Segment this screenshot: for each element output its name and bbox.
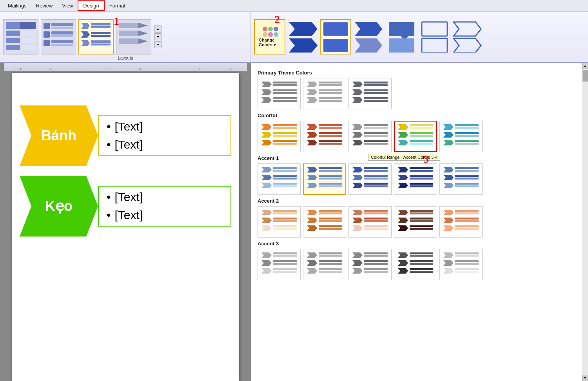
layouts-label: Layouts — [0, 56, 251, 60]
a3-option-1[interactable] — [258, 249, 301, 280]
svg-marker-103 — [398, 132, 408, 138]
scroll-expand-btn[interactable]: ▾ — [154, 41, 162, 48]
cf-option-1[interactable] — [258, 121, 301, 152]
svg-rect-24 — [91, 40, 111, 43]
svg-rect-104 — [410, 132, 433, 134]
color-dots-icon — [263, 27, 277, 36]
svg-rect-197 — [410, 225, 433, 227]
svg-rect-138 — [364, 170, 388, 172]
layout-thumb-2[interactable] — [41, 19, 76, 54]
svg-marker-220 — [307, 260, 317, 266]
svg-marker-76 — [261, 132, 272, 138]
svg-marker-235 — [398, 252, 408, 258]
step-2-label: 2 — [274, 13, 280, 26]
svg-rect-234 — [364, 271, 388, 273]
svg-marker-187 — [352, 225, 363, 231]
a3-option-3[interactable] — [348, 249, 392, 280]
svg-rect-164 — [273, 210, 297, 212]
color-dropdown-panel[interactable]: Primary Theme Colors — [251, 63, 582, 381]
a3-option-4[interactable] — [394, 249, 437, 280]
text-box-banh[interactable]: • [Text] • [Text] — [98, 115, 231, 156]
svg-rect-134 — [319, 183, 342, 185]
layout-thumb-4[interactable] — [116, 19, 151, 54]
smartart-style-4[interactable] — [386, 19, 417, 54]
svg-rect-83 — [319, 124, 342, 126]
svg-rect-19 — [91, 26, 111, 28]
smartart-style-6[interactable] — [452, 19, 483, 54]
svg-rect-204 — [455, 220, 479, 222]
svg-marker-217 — [307, 252, 317, 258]
a2-option-3[interactable] — [348, 206, 392, 238]
svg-rect-185 — [364, 218, 388, 220]
a1-option-2[interactable] — [303, 163, 346, 195]
arrow-label-banh[interactable]: Bánh — [20, 105, 98, 166]
svg-rect-47 — [273, 82, 297, 83]
a1-option-5[interactable] — [439, 163, 483, 195]
menu-view[interactable]: View — [57, 1, 78, 10]
layout-thumb-3[interactable] — [78, 19, 114, 54]
svg-rect-62 — [319, 97, 342, 99]
svg-rect-155 — [455, 167, 479, 169]
svg-marker-196 — [398, 225, 408, 231]
smartart-style-1[interactable] — [287, 19, 318, 54]
a3-option-2[interactable] — [303, 249, 346, 280]
svg-rect-50 — [273, 89, 297, 91]
svg-marker-160 — [443, 183, 454, 188]
svg-marker-115 — [443, 140, 454, 145]
cf-option-4[interactable]: Colorful Range - Accent Colors 3-4 — [394, 121, 437, 152]
svg-rect-13 — [51, 35, 73, 37]
a2-option-5[interactable] — [439, 206, 483, 238]
ribbon-scroll-controls: ▲ ▼ ▾ — [154, 24, 162, 50]
change-colors-button[interactable]: Change Colors ▾ — [254, 19, 285, 54]
svg-marker-127 — [307, 167, 317, 172]
arrow-label-keo[interactable]: Kẹo — [20, 176, 98, 237]
svg-rect-230 — [364, 260, 388, 262]
svg-marker-193 — [398, 218, 408, 223]
smartart-style-5[interactable] — [419, 19, 450, 54]
svg-marker-169 — [261, 225, 272, 231]
menu-mailings[interactable]: Mailings — [3, 1, 31, 10]
smartart-style-3[interactable] — [353, 19, 384, 54]
a2-option-1[interactable] — [258, 206, 301, 238]
scroll-down-btn[interactable]: ▼ — [154, 33, 162, 40]
svg-rect-126 — [273, 185, 297, 187]
scrollbar-up-arrow[interactable]: ▲ — [582, 63, 588, 69]
svg-marker-27 — [138, 23, 148, 28]
a1-option-3[interactable] — [348, 163, 392, 195]
svg-rect-201 — [455, 212, 479, 214]
a2-option-4[interactable] — [394, 206, 437, 238]
svg-marker-226 — [352, 252, 363, 258]
a3-option-5[interactable] — [439, 249, 483, 280]
svg-rect-179 — [319, 225, 342, 227]
right-scrollbar: ▲ ▼ — [582, 63, 588, 381]
cf-option-5[interactable] — [439, 121, 483, 152]
smartart-style-2[interactable] — [320, 19, 351, 54]
a1-option-1[interactable] — [258, 163, 301, 195]
cf-option-2[interactable] — [303, 121, 346, 152]
a1-option-4[interactable] — [394, 163, 437, 195]
menu-design[interactable]: Design — [78, 0, 104, 11]
ptc-option-2[interactable] — [303, 78, 346, 109]
svg-marker-29 — [138, 31, 148, 36]
ptc-option-3[interactable] — [348, 78, 392, 109]
bullet-item-keo-1: • [Text] — [107, 190, 223, 204]
text-box-keo[interactable]: • [Text] • [Text] — [98, 186, 231, 227]
svg-rect-114 — [455, 135, 479, 137]
bullet-2: • — [107, 138, 111, 151]
svg-marker-208 — [261, 252, 272, 258]
cf-option-3[interactable] — [348, 121, 392, 152]
a2-option-2[interactable] — [303, 206, 346, 238]
ptc-option-1[interactable] — [258, 78, 301, 109]
scrollbar-thumb[interactable] — [583, 70, 588, 82]
svg-marker-205 — [443, 225, 454, 231]
scroll-up-btn[interactable]: ▲ — [154, 25, 162, 33]
svg-rect-182 — [364, 210, 388, 212]
ruler: ·1· ·1· ·2· ·3· ·4· ·5· ·6· ·7· — [4, 63, 247, 71]
layout-thumb-1[interactable] — [3, 19, 38, 54]
menu-format[interactable]: Format — [105, 1, 130, 10]
scrollbar-down-arrow[interactable]: ▼ — [582, 375, 588, 381]
svg-marker-91 — [352, 124, 363, 130]
svg-rect-125 — [273, 183, 297, 185]
menu-review[interactable]: Review — [31, 1, 58, 10]
svg-marker-20 — [81, 31, 90, 38]
